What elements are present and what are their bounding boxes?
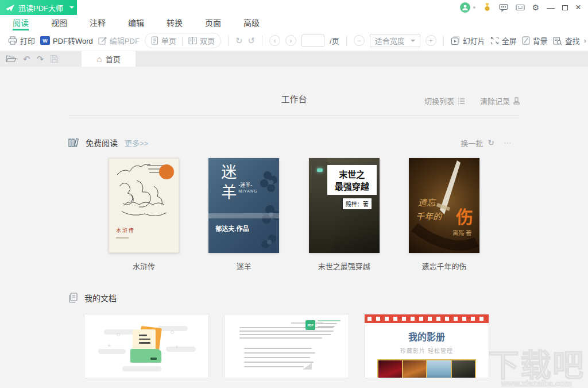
menu-tab-annotate[interactable]: 注释 <box>90 15 106 30</box>
edit-pdf-button[interactable]: 编辑PDF <box>98 35 140 46</box>
open-file-icon[interactable] <box>6 55 17 63</box>
vip-medal-icon[interactable] <box>483 3 492 12</box>
menu-tab-page[interactable]: 页面 <box>205 15 221 30</box>
cloud-blob <box>98 349 126 354</box>
find-button[interactable]: 查找 <box>553 35 580 46</box>
clear-records-button[interactable]: 清除记录 <box>480 95 520 106</box>
book-item-yiwang[interactable]: 遗忘 千年的 伤 离殇 著 遗忘千年的伤 <box>409 158 479 271</box>
document-card-pdf[interactable]: PDF <box>224 314 349 378</box>
book-cover: 末世之 最强穿越 殿梓：著 <box>309 158 380 253</box>
workbench-panel: 工作台 切换列表 清除记录 免费阅读 更多>> 换一批 ↻ <box>68 67 520 378</box>
pdf-to-word-button[interactable]: W PDF转Word <box>40 35 93 46</box>
app-menu-button[interactable]: 迅读PDF大师 <box>0 0 77 15</box>
menu-tab-advanced[interactable]: 高级 <box>243 15 260 30</box>
film-holes <box>368 317 486 321</box>
free-reading-title: 免费阅读 <box>86 137 118 148</box>
find-label: 查找 <box>565 35 580 46</box>
document-cards-row: + + <box>68 314 520 378</box>
divider <box>228 36 229 46</box>
switch-list-button[interactable]: 切换列表 <box>424 95 465 106</box>
more-link[interactable]: 更多>> <box>125 137 148 148</box>
user-avatar[interactable] <box>460 2 470 13</box>
rotate-counterclockwise-icon[interactable]: ↺ <box>247 36 255 46</box>
menu-tab-view[interactable]: 视图 <box>51 15 67 30</box>
refresh-icon: ↻ <box>488 138 494 147</box>
double-page-button[interactable]: 双页 <box>188 35 215 46</box>
background-button[interactable]: 背景 <box>522 35 548 46</box>
zoom-in-button[interactable]: + <box>425 35 436 46</box>
menu-bar: 阅读 视图 注释 编辑 转换 页面 高级 <box>0 15 588 30</box>
print-label: 打印 <box>20 35 35 46</box>
page-number-input[interactable] <box>301 34 324 47</box>
menu-tab-label: 高级 <box>243 17 260 28</box>
album-subtitle: 珍藏影片 轻松管理 <box>365 346 489 355</box>
cover-band <box>208 213 279 218</box>
cover-title-line2: 最强穿越 <box>329 180 375 192</box>
titlebar: 迅读PDF大师 ⚙ — × <box>0 0 588 15</box>
goggle-glow <box>317 168 323 172</box>
book-item-shuihuzhuan[interactable]: 水浒传 水浒传 <box>109 158 179 271</box>
cover-author-text: 离殇 著 <box>452 228 471 237</box>
cloud-blob <box>122 366 161 371</box>
book-item-miyang[interactable]: 迷羊 -迷羊- MIYANG 郁达夫.作品 迷羊 <box>208 158 279 271</box>
save-icon[interactable] <box>50 55 59 63</box>
double-page-icon <box>188 36 197 45</box>
minimize-button[interactable]: — <box>547 0 555 15</box>
fullscreen-button[interactable]: 全屏 <box>490 35 517 46</box>
book-item-moshi[interactable]: 末世之 最强穿越 殿梓：著 末世之最强穿越 <box>309 158 380 271</box>
text-line <box>318 323 337 324</box>
cover-subtitle-text: -迷羊- <box>238 181 252 189</box>
my-documents-title: 我的文档 <box>84 292 117 304</box>
document-card-album[interactable]: 我的影册 珍藏影片 轻松管理 <box>364 314 489 378</box>
document-page: PDF <box>230 318 343 370</box>
plus-decoration: + <box>107 342 111 349</box>
workbench-actions: 切换列表 清除记录 <box>424 95 520 106</box>
cover-author-text: 郁达夫.作品 <box>215 224 249 233</box>
cover-title-line2: 千年的 <box>416 210 442 222</box>
rotate-clockwise-icon[interactable]: ↻ <box>235 36 243 46</box>
ring-decoration <box>171 331 174 334</box>
refresh-batch-label: 换一批 <box>461 137 483 148</box>
pdf-to-word-label: PDF转Word <box>53 35 93 46</box>
next-page-button[interactable]: › <box>285 35 296 46</box>
menu-tab-read[interactable]: 阅读 <box>13 15 29 30</box>
card-icon[interactable] <box>516 3 525 11</box>
movie-poster <box>403 360 427 378</box>
more-options-icon[interactable]: ⋯ <box>504 138 513 147</box>
menu-tab-label: 视图 <box>51 17 67 28</box>
titlebar-icons: ⚙ — × <box>460 0 588 15</box>
text-line <box>239 334 331 335</box>
text-line <box>318 320 341 321</box>
bookshelf-icon <box>68 138 79 148</box>
book-title: 水浒传 <box>109 260 179 271</box>
feedback-chat-icon[interactable] <box>499 3 508 12</box>
menu-tab-convert[interactable]: 转换 <box>167 15 183 30</box>
workbench-header: 工作台 切换列表 清除记录 <box>68 67 520 116</box>
app-title: 迅读PDF大师 <box>18 2 63 13</box>
close-button[interactable]: × <box>575 0 581 15</box>
home-icon: ⌂ <box>97 55 102 63</box>
zoom-out-button[interactable]: − <box>354 35 365 46</box>
toolbar-more-chevron[interactable]: › <box>584 36 586 45</box>
slideshow-button[interactable]: 幻灯片 <box>451 35 485 46</box>
cover-title-box: 末世之 最强穿越 <box>327 165 377 195</box>
slideshow-icon <box>451 36 460 45</box>
maximize-button[interactable] <box>562 5 568 10</box>
menu-tab-label: 编辑 <box>128 17 144 28</box>
print-button[interactable]: 打印 <box>8 35 35 46</box>
zoom-mode-value: 适合宽度 <box>375 35 405 46</box>
book-title: 迷羊 <box>208 260 279 271</box>
menu-tab-edit[interactable]: 编辑 <box>128 15 144 30</box>
undo-icon[interactable]: ↶ <box>23 55 30 63</box>
zoom-mode-dropdown[interactable]: 适合宽度 <box>370 34 420 47</box>
single-page-button[interactable]: 单页 <box>151 35 176 46</box>
document-card-empty[interactable]: + + <box>84 314 209 378</box>
album-title: 我的影册 <box>365 329 489 343</box>
prev-page-button[interactable]: ‹ <box>269 35 280 46</box>
refresh-batch-button[interactable]: 换一批 ↻ <box>461 137 494 148</box>
paper-line <box>139 339 150 340</box>
tab-home[interactable]: ⌂ 首页 <box>82 51 136 67</box>
redo-icon[interactable]: ↷ <box>37 55 44 63</box>
settings-gear-icon[interactable]: ⚙ <box>532 3 540 11</box>
toolbar: 打印 W PDF转Word 编辑PDF 单页 双页 ↻ ↺ ‹ › /页 − 适… <box>0 30 588 51</box>
